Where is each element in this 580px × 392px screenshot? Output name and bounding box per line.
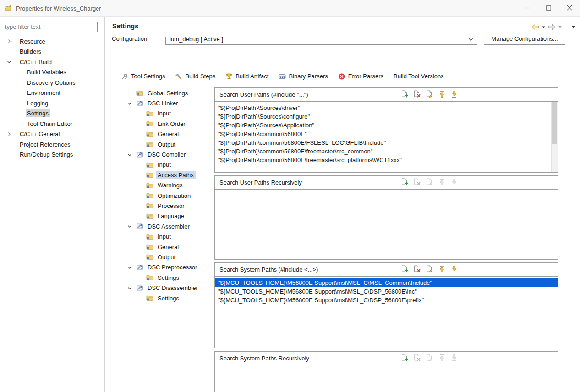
minimize-button[interactable] [517, 0, 538, 16]
delete-path-icon [413, 265, 421, 274]
view-menu-caret-icon[interactable] [571, 26, 575, 28]
tool-item-access-paths[interactable]: Access Paths [116, 170, 218, 180]
add-path-button[interactable] [400, 354, 409, 363]
edit-path-button[interactable] [425, 265, 434, 274]
delete-path-button[interactable] [412, 90, 421, 99]
sidebar-item-run-debug-settings[interactable]: Run/Debug Settings [0, 150, 104, 160]
add-path-button[interactable] [400, 178, 409, 187]
tool-item-warnings[interactable]: Warnings [116, 180, 218, 191]
tool-item-input[interactable]: Input [116, 109, 218, 119]
move-up-button[interactable] [437, 354, 446, 363]
add-path-button[interactable] [400, 90, 409, 99]
move-down-button[interactable] [449, 178, 459, 187]
move-up-button[interactable] [437, 265, 446, 274]
scrollbar-thumb[interactable] [552, 102, 557, 144]
move-down-button[interactable] [449, 90, 459, 99]
edit-path-button[interactable] [425, 178, 434, 187]
delete-path-button[interactable] [412, 354, 421, 363]
maximize-button[interactable] [538, 0, 559, 16]
move-up-button[interactable] [437, 178, 446, 187]
path-list[interactable]: "${ProjDirPath}\Sources\driver""${ProjDi… [214, 102, 558, 173]
tab-build-steps[interactable]: Build Steps [170, 70, 220, 82]
path-item[interactable]: "${MCU_TOOLS_HOME}\M56800E Support\msl\M… [215, 278, 558, 287]
tool-item-input[interactable]: Input [116, 160, 218, 170]
filter-input[interactable] [2, 22, 98, 32]
path-list[interactable]: "${MCU_TOOLS_HOME}\M56800E Support\msl\M… [214, 277, 558, 348]
tool-item-dsc-disassembler[interactable]: DSC Disassembler [116, 283, 218, 293]
sidebar-item-project-references[interactable]: Project References [0, 139, 104, 150]
path-item[interactable]: "${MCU_TOOLS_HOME}\M56800E Support\msl\M… [215, 296, 558, 305]
close-button[interactable] [559, 0, 580, 16]
tool-item-dsc-assembler[interactable]: DSC Assembler [116, 221, 218, 231]
sidebar-item-logging[interactable]: Logging [0, 98, 104, 109]
settings-folder-icon [146, 192, 155, 199]
path-item[interactable]: "${ProjDirPath}\Sources\driver" [215, 103, 558, 112]
tab-binary-parsers[interactable]: 010Binary Parsers [274, 70, 333, 82]
minimize-icon [525, 5, 530, 12]
tool-item-label: Output [156, 140, 177, 148]
path-item[interactable]: "${ProjDirPath}\common\56800E\FSLESL_LOC… [215, 138, 558, 147]
edit-path-button[interactable] [425, 90, 434, 99]
tool-item-general[interactable]: General [116, 129, 218, 139]
chevron-down-icon[interactable] [127, 223, 136, 229]
chevron-down-icon[interactable] [127, 265, 136, 270]
path-item[interactable]: "${ProjDirPath}\common\56800E" [215, 130, 558, 138]
tab-build-tool-versions[interactable]: Build Tool Versions [388, 70, 449, 82]
add-path-button[interactable] [400, 265, 409, 274]
path-item[interactable]: "${ProjDirPath}\common\56800E\freemaster… [215, 147, 558, 156]
path-list[interactable] [214, 190, 558, 260]
manage-configurations-button[interactable]: Manage Configurations... [484, 37, 565, 45]
delete-path-button[interactable] [412, 265, 421, 274]
tool-item-language[interactable]: Language [116, 211, 218, 221]
sidebar-item-discovery-options[interactable]: Discovery Options [0, 77, 104, 88]
chevron-down-icon[interactable] [6, 59, 18, 65]
dropdown-caret-icon[interactable] [542, 26, 545, 28]
tool-item-settings[interactable]: Settings [116, 272, 218, 283]
chevron-down-icon[interactable] [127, 285, 136, 291]
tool-item-input[interactable]: Input [116, 231, 218, 241]
sidebar-item-environment[interactable]: Environment [0, 88, 104, 98]
configuration-select[interactable]: lum_debug [ Active ] [165, 37, 477, 45]
tab-tool-settings[interactable]: Tool Settings [116, 70, 170, 82]
sidebar-item-tool-chain-editor[interactable]: Tool Chain Editor [0, 119, 104, 129]
tool-item-optimization[interactable]: Optimization [116, 191, 218, 201]
chevron-right-icon[interactable] [6, 38, 18, 44]
move-down-button[interactable] [449, 265, 459, 274]
tool-item-label: Optimization [156, 191, 192, 200]
chevron-right-icon[interactable] [6, 131, 18, 137]
chevron-down-icon[interactable] [127, 152, 136, 158]
move-down-button[interactable] [449, 354, 459, 363]
path-item[interactable]: "${MCU_TOOLS_HOME}\M56800E Support\msl\M… [215, 287, 558, 296]
tool-item-settings[interactable]: Settings [116, 293, 218, 303]
tool-item-general[interactable]: General [116, 242, 218, 252]
sidebar-item-build-variables[interactable]: Build Variables [0, 67, 104, 78]
tool-item-link-order[interactable]: Link Order [116, 119, 218, 129]
sidebar-item-settings[interactable]: Settings [0, 109, 104, 119]
chevron-down-icon[interactable] [127, 101, 136, 106]
history-navigation [531, 23, 575, 31]
tool-item-output[interactable]: Output [116, 139, 218, 149]
tool-item-dsc-preprocessor[interactable]: DSC Preprocessor [116, 262, 218, 272]
path-item[interactable]: "${ProjDirPath}\Sources\configure" [215, 112, 558, 121]
move-up-button[interactable] [437, 90, 446, 99]
sidebar-item-resource[interactable]: Resource [0, 36, 104, 47]
tool-item-global-settings[interactable]: Global Settings [116, 88, 218, 98]
path-item[interactable]: "${ProjDirPath}\common\56800E\freemaster… [215, 156, 558, 164]
sidebar-item-c-c-build[interactable]: C/C++ Build [0, 57, 104, 67]
path-list[interactable] [214, 365, 558, 392]
back-arrow-icon[interactable] [531, 23, 540, 31]
scrollbar[interactable] [551, 102, 558, 172]
path-item[interactable]: "${ProjDirPath}\Sources\Application" [215, 121, 558, 130]
tool-item-processor[interactable]: Processor [116, 201, 218, 211]
dropdown-caret-icon[interactable] [558, 26, 562, 28]
sidebar-item-builders[interactable]: Builders [0, 47, 104, 57]
tool-item-output[interactable]: Output [116, 252, 218, 262]
sidebar-item-c-c-general[interactable]: C/C++ General [0, 129, 104, 140]
tab-build-artifact[interactable]: Build Artifact [220, 70, 274, 82]
edit-path-button[interactable] [425, 354, 434, 363]
tab-error-parsers[interactable]: Error Parsers [333, 70, 388, 82]
tool-item-dsc-compiler[interactable]: DSC Compiler [116, 149, 218, 159]
tool-item-dsc-linker[interactable]: DSC Linker [116, 98, 218, 108]
forward-arrow-icon[interactable] [547, 23, 556, 31]
delete-path-button[interactable] [412, 178, 421, 187]
